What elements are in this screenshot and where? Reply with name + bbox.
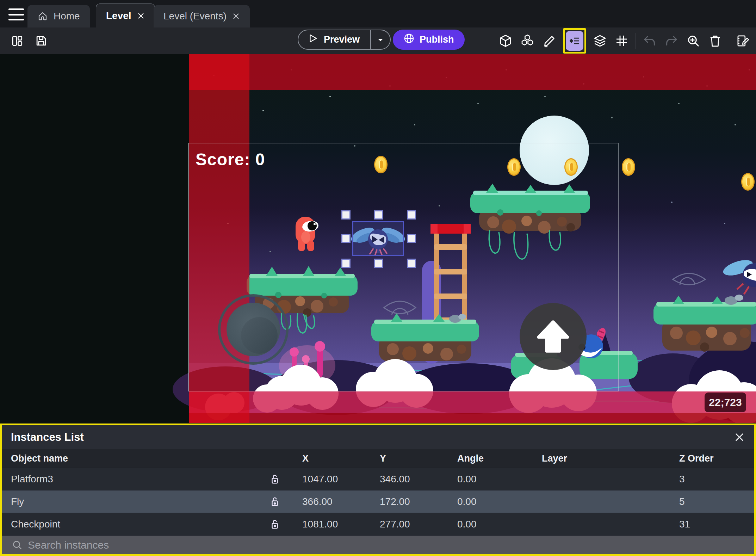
instance-y: 346.00 bbox=[366, 474, 444, 485]
preview-button[interactable]: Preview bbox=[298, 30, 391, 50]
scene-canvas[interactable]: Score: 0 22;723 bbox=[0, 54, 756, 423]
instances-table-header: Object name X Y Angle Layer Z Order bbox=[2, 449, 754, 468]
app-window: Home Level Level (Events) bbox=[0, 0, 756, 556]
toolbar: Preview Publish bbox=[0, 27, 756, 54]
column-header: Y bbox=[366, 453, 444, 464]
unlock-icon[interactable] bbox=[261, 496, 289, 508]
cursor-coordinates-badge: 22;723 bbox=[705, 393, 746, 412]
panels-layout-icon[interactable] bbox=[9, 33, 25, 49]
level-border-top bbox=[189, 54, 756, 90]
play-icon bbox=[308, 33, 318, 46]
edit-pencil-icon[interactable] bbox=[541, 33, 557, 49]
instance-y: 277.00 bbox=[366, 519, 444, 530]
resize-handle[interactable] bbox=[407, 234, 416, 243]
level-border-bottom-dark bbox=[189, 413, 756, 423]
panel-title: Instances List bbox=[11, 431, 84, 444]
column-header: Z Order bbox=[666, 453, 754, 464]
tab-label: Home bbox=[54, 11, 80, 22]
resize-handle[interactable] bbox=[407, 259, 416, 268]
zoom-in-icon[interactable] bbox=[685, 33, 701, 49]
virtual-joystick-sprite[interactable] bbox=[218, 294, 289, 365]
instance-row-platform3[interactable]: Platform3 1047.00 346.00 0.00 3 bbox=[2, 468, 754, 490]
resize-handle[interactable] bbox=[374, 259, 383, 268]
annotation-highlight-instances-icon bbox=[563, 28, 586, 54]
toolbar-divider bbox=[729, 33, 729, 49]
instance-x: 1047.00 bbox=[289, 474, 366, 485]
close-tab-icon[interactable] bbox=[232, 12, 240, 20]
redo-icon[interactable] bbox=[663, 33, 680, 49]
tab-label: Level (Events) bbox=[163, 11, 227, 22]
coin-sprite[interactable] bbox=[507, 158, 521, 176]
instance-row-fly[interactable]: Fly 366.00 172.00 0.00 5 bbox=[2, 490, 754, 513]
object-name: Checkpoint bbox=[2, 519, 261, 530]
resize-handle[interactable] bbox=[407, 210, 416, 220]
home-icon bbox=[37, 11, 48, 21]
unlock-icon[interactable] bbox=[261, 518, 289, 530]
toolbar-divider bbox=[636, 33, 636, 49]
delete-trash-icon[interactable] bbox=[707, 33, 723, 49]
resize-handle[interactable] bbox=[341, 259, 351, 268]
tab-label: Level bbox=[106, 10, 131, 21]
instances-list-icon[interactable] bbox=[566, 31, 583, 51]
instance-x: 1081.00 bbox=[289, 519, 366, 530]
tab-home[interactable]: Home bbox=[27, 5, 90, 27]
resize-handle[interactable] bbox=[374, 210, 383, 220]
instances-list-panel: Instances List Object name X Y Angle Lay… bbox=[0, 424, 756, 556]
arrow-up-icon bbox=[535, 318, 571, 355]
instance-row-checkpoint[interactable]: Checkpoint 1081.00 277.00 0.00 31 bbox=[2, 513, 754, 535]
score-text-instance[interactable]: Score: 0 bbox=[196, 150, 265, 169]
instance-z-order: 5 bbox=[666, 496, 754, 507]
instance-z-order: 31 bbox=[666, 519, 754, 530]
coin-sprite[interactable] bbox=[564, 158, 578, 176]
search-bar bbox=[2, 536, 754, 554]
coin-sprite[interactable] bbox=[374, 156, 388, 173]
instance-x: 366.00 bbox=[289, 496, 366, 507]
column-header: Object name bbox=[2, 453, 261, 464]
globe-icon bbox=[403, 33, 415, 47]
fly-enemy-right-sprite bbox=[721, 257, 756, 294]
instance-y: 172.00 bbox=[366, 496, 444, 507]
tab-level-events[interactable]: Level (Events) bbox=[154, 5, 250, 27]
column-header: Layer bbox=[528, 453, 666, 464]
search-instances-input[interactable] bbox=[28, 539, 751, 551]
search-icon bbox=[12, 539, 23, 551]
level-border-bottom bbox=[189, 391, 756, 413]
coin-sprite[interactable] bbox=[741, 173, 755, 191]
objects-cube-icon[interactable] bbox=[497, 33, 514, 49]
main-menu-icon[interactable] bbox=[8, 8, 24, 20]
close-panel-icon[interactable] bbox=[734, 432, 745, 443]
resize-handle[interactable] bbox=[341, 234, 351, 243]
publish-button[interactable]: Publish bbox=[393, 30, 465, 50]
instance-angle: 0.00 bbox=[444, 474, 528, 485]
platform-right bbox=[653, 295, 756, 352]
coin-sprite[interactable] bbox=[622, 158, 635, 176]
undo-icon[interactable] bbox=[642, 33, 658, 49]
object-name: Platform3 bbox=[2, 474, 261, 485]
edit-scene-properties-icon[interactable] bbox=[735, 33, 751, 49]
resize-handle[interactable] bbox=[341, 210, 351, 220]
instance-angle: 0.00 bbox=[444, 496, 528, 507]
tab-bar: Home Level Level (Events) bbox=[0, 0, 756, 27]
object-name: Fly bbox=[2, 496, 261, 507]
publish-label: Publish bbox=[420, 34, 454, 45]
preview-options-dropdown[interactable] bbox=[370, 30, 390, 49]
column-header: X bbox=[289, 453, 366, 464]
chevron-down-icon bbox=[376, 36, 385, 44]
tab-level[interactable]: Level bbox=[96, 4, 155, 27]
grid-icon[interactable] bbox=[614, 33, 630, 49]
instance-z-order: 3 bbox=[666, 474, 754, 485]
layers-icon[interactable] bbox=[592, 33, 608, 49]
unlock-icon[interactable] bbox=[261, 473, 289, 485]
close-tab-icon[interactable] bbox=[137, 12, 145, 20]
instance-angle: 0.00 bbox=[444, 519, 528, 530]
jump-button-sprite[interactable] bbox=[520, 303, 587, 370]
preview-label: Preview bbox=[324, 34, 360, 45]
object-groups-icon[interactable] bbox=[519, 33, 535, 49]
column-header: Angle bbox=[444, 453, 528, 464]
save-icon[interactable] bbox=[33, 33, 49, 49]
